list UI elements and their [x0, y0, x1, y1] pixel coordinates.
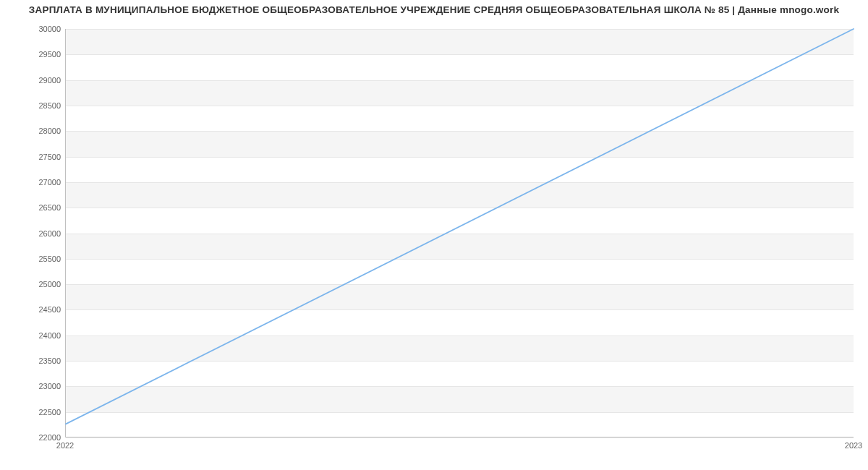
y-tick-label: 30000: [3, 25, 61, 33]
line-series-svg: [66, 29, 854, 437]
gridline: [66, 437, 854, 438]
y-tick-label: 25500: [3, 255, 61, 263]
y-tick-label: 27000: [3, 178, 61, 187]
y-tick-label: 22500: [3, 408, 61, 416]
y-tick-label: 25000: [3, 280, 61, 289]
x-tick-label: 2023: [845, 441, 862, 450]
y-tick-label: 24000: [3, 331, 61, 340]
salary-line-chart: ЗАРПЛАТА В МУНИЦИПАЛЬНОЕ БЮДЖЕТНОЕ ОБЩЕО…: [0, 0, 868, 470]
y-tick-label: 29500: [3, 50, 61, 59]
y-tick-label: 28000: [3, 127, 61, 135]
y-tick-label: 24500: [3, 305, 61, 314]
y-tick-label: 22000: [3, 433, 61, 442]
series-line: [66, 29, 854, 424]
y-tick-label: 27500: [3, 153, 61, 161]
x-tick-label: 2022: [56, 441, 74, 450]
y-tick-label: 26000: [3, 229, 61, 238]
chart-title: ЗАРПЛАТА В МУНИЦИПАЛЬНОЕ БЮДЖЕТНОЕ ОБЩЕО…: [0, 4, 868, 15]
y-tick-label: 23500: [3, 356, 61, 365]
y-tick-label: 26500: [3, 203, 61, 212]
y-tick-label: 28500: [3, 101, 61, 110]
plot-area: [65, 29, 854, 437]
y-tick-label: 29000: [3, 76, 61, 85]
y-tick-label: 23000: [3, 382, 61, 390]
